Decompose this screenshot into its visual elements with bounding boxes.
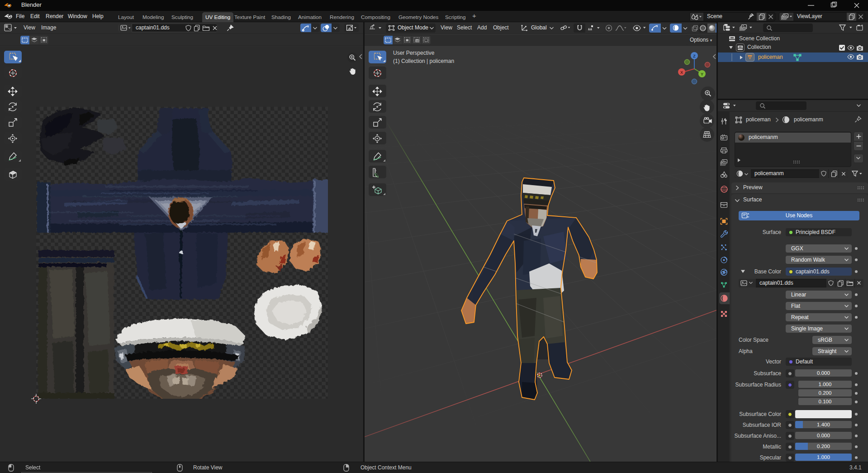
svg-text:X: X [680,70,683,75]
svg-text:Y: Y [701,72,703,76]
svg-text:Z: Z [693,54,696,58]
